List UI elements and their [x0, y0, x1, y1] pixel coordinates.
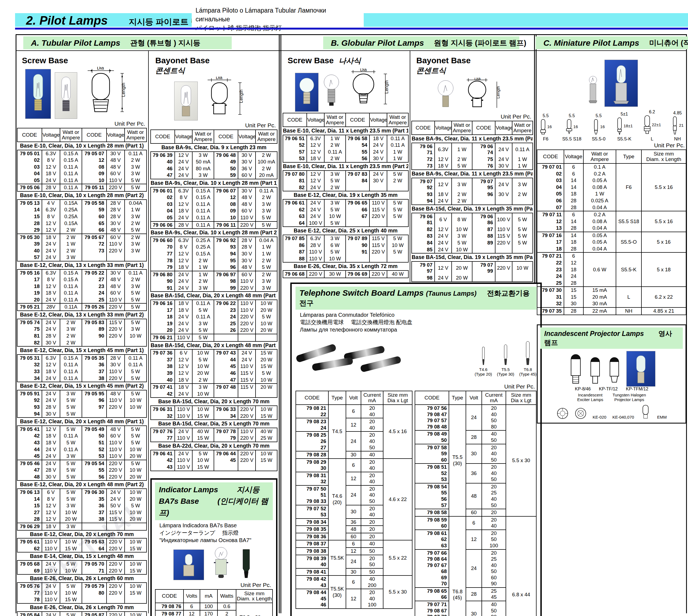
table-cell: 10 W	[452, 226, 472, 233]
table-cell: 79 08 44 45 46	[296, 589, 328, 609]
table-cell: 5 W	[125, 426, 147, 433]
table-cell: 46	[151, 166, 175, 172]
table-cell: 20 W	[256, 383, 277, 391]
table-cell: 0.11 A	[60, 184, 82, 191]
table-cell: T5.5K	[328, 540, 346, 575]
indicator-lang-ru: "Индикаторные лампы Основа BA7"	[159, 536, 271, 544]
table-cell	[214, 391, 238, 398]
table-cell: 78	[151, 257, 175, 264]
table-cell: 79 07 48	[214, 383, 238, 391]
table-cell: 220 V	[369, 213, 387, 220]
table-cell: 12 V	[42, 220, 60, 227]
indicator-lamp-photo-blue	[173, 549, 204, 580]
table-cell: 30 V	[107, 220, 125, 227]
table-cell: 28	[466, 431, 482, 444]
table-cell: 10 W	[125, 467, 147, 474]
table-cell: 60 V	[238, 207, 256, 214]
table-cell: 40 200	[361, 575, 383, 589]
table-row: 1718 V5 W23110 V20 W	[151, 307, 277, 314]
separator-a-inner	[148, 51, 149, 613]
table-row: 87110 V5 W91220 V5 W	[283, 248, 408, 256]
table-cell: 18 V	[42, 523, 60, 530]
globular-dimension-drawing: Dia Length	[344, 68, 396, 112]
table-cell: 2 W	[256, 194, 277, 201]
table-cell: 100 mA	[256, 158, 277, 166]
table-cell: 2 W	[256, 257, 277, 264]
table-cell: 79 06 22	[214, 300, 238, 307]
table-cell: 10 W	[125, 446, 147, 453]
table-row: 7812 V2 W9530 V2 W	[151, 257, 277, 264]
table-cell: 6.3V	[42, 206, 60, 213]
table-cell: 40 W	[192, 428, 214, 435]
telephone-taunus: (Taunus Lamps)	[426, 290, 476, 297]
table-row: 5212 V2 W5424 V0.11 A	[283, 142, 408, 149]
table-cell: 75	[472, 156, 495, 163]
table-cell: 10 W	[125, 560, 147, 568]
table-row: 79 05 4624 V5 W79 05 54220 V5 W	[17, 460, 147, 467]
tubular-bayonet-images: Dia Length	[150, 75, 277, 122]
table-cell: 24	[564, 273, 583, 280]
indicator-title-korean: 지시등	[237, 485, 260, 494]
table-cell: 03	[537, 177, 564, 184]
table-cell: 24 V	[175, 428, 193, 435]
table-cell: 30 V	[238, 250, 256, 257]
table-cell: 2 W	[60, 319, 82, 326]
table-cell: 79 05 84	[17, 612, 42, 616]
dia-label: Dia	[216, 76, 222, 80]
table-cell: 0.11 A	[192, 214, 214, 221]
table-cell: 79 06 06	[151, 221, 175, 229]
table-cell: 15 W	[125, 590, 147, 597]
table-cell: 42	[151, 391, 175, 398]
table-cell: 96	[82, 397, 107, 404]
table-cell: 05	[537, 191, 564, 197]
table-cell: 82	[412, 226, 435, 233]
table-cell: 5.5 x 16	[641, 163, 686, 211]
grid-table: CODETypeVoltCurrent mASize mm Dia x Lgt7…	[415, 391, 537, 616]
table-cell: 2 W	[60, 333, 82, 339]
table-cell: 220 V	[495, 261, 512, 274]
table-row: 79 06 68220 V30 W79 06 69220 V40 W	[283, 270, 408, 278]
table-cell: 14	[564, 218, 583, 225]
table-cell: 24 V	[435, 274, 452, 282]
table-cell: 0.11 A	[60, 283, 82, 290]
table-cell: 5 W	[256, 370, 277, 377]
column-header: CODE	[537, 150, 564, 163]
column-header: CODE	[412, 121, 435, 135]
table-cell: 79 08 23 24	[296, 418, 328, 432]
table-cell: 3 W	[60, 523, 82, 530]
table-cell: 79 05 11	[82, 184, 107, 191]
table-cell: 70	[151, 244, 175, 250]
table-cell: 5 W	[452, 162, 472, 170]
table-cell: 24	[466, 405, 482, 431]
table-cell: 24 V	[307, 213, 324, 220]
table-cell: 5 W	[512, 240, 533, 246]
table-cell	[125, 411, 147, 418]
table-cell: 0.11 A	[387, 135, 408, 142]
section-b-header: B. Globular Pilot Lamps 원형 지시등 (파이로트 램프)	[323, 37, 519, 49]
table-cell: 79 08 35	[296, 526, 328, 533]
table-cell: 5 W	[125, 296, 147, 304]
table-cell: 2 W	[125, 234, 147, 241]
miniature-lamp-photo-blue	[604, 60, 638, 107]
table-cell: 1 W	[583, 191, 616, 197]
table-cell: 5 W	[387, 248, 408, 256]
section-a-header: A. Tubular Pilot Lamps 관형 (튜브형 ) 지시등	[23, 37, 232, 49]
table-cell: 0.025 A	[583, 197, 616, 204]
table-cell: 10 W	[192, 349, 214, 356]
table-cell: 28 V	[107, 355, 125, 362]
table-cell: 5 W	[192, 307, 214, 314]
phone-lamp-icon	[480, 346, 487, 366]
table-cell: 220 V	[238, 320, 256, 327]
lamp-table: CODEVoltageWatt or AmpereCODEVoltageWatt…	[411, 121, 533, 282]
table-cell: 79 05 49	[82, 426, 107, 433]
table-row: 8212 V10 W87110 V5 W	[412, 226, 533, 233]
table-row: 79 07 0160.1 AF65.5 x 16	[537, 163, 686, 171]
table-row: 1812 V0.11 A2348 V3 W	[17, 283, 147, 290]
table-cell: 15 W	[125, 568, 147, 575]
table-cell: 30 V	[495, 162, 512, 170]
multilanguage-box: Lámpara Piloto o Lámapara Tubular Лампоч…	[192, 4, 364, 34]
table-row: 4524 V3 W53110 V20 W	[17, 453, 147, 460]
table-cell: 77	[151, 250, 175, 257]
table-cell: 24 V	[175, 278, 193, 285]
table-cell: 115 V	[238, 383, 256, 391]
